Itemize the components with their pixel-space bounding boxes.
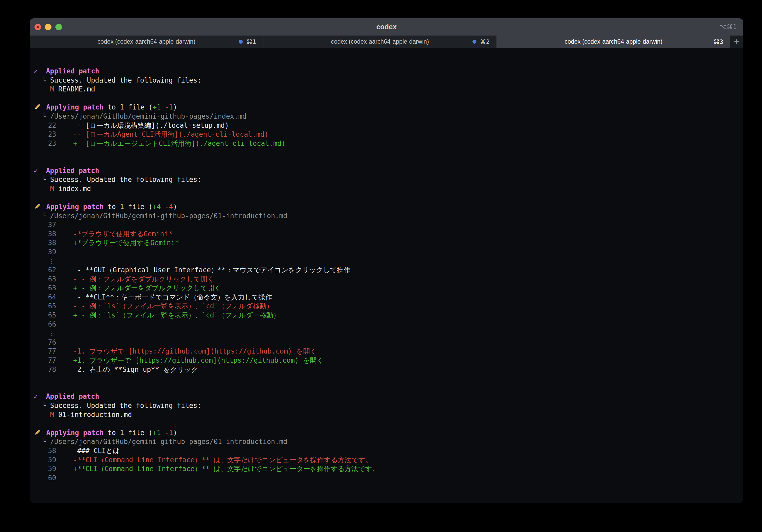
line-number: 66 xyxy=(34,320,56,329)
patch-title: Applying patch xyxy=(46,203,104,211)
changed-file-line: M index.md xyxy=(34,184,740,193)
patch-title: Applying patch xyxy=(46,103,104,111)
terminal-pane[interactable]: ✓ Applied patch └ Success. Updated the f… xyxy=(30,48,743,503)
diff-text: +- [ローカルエージェントCLI活用術](./agent-cli-local.… xyxy=(73,139,285,147)
line-number: 23 xyxy=(34,139,56,148)
diff-text: - [ローカル環境構築編](./local-setup.md) xyxy=(73,121,229,129)
line-number: 63 xyxy=(34,274,56,284)
line-number: 23 xyxy=(34,130,56,139)
terminal-output: ✓ Applied patch └ Success. Updated the f… xyxy=(34,67,740,482)
title-bar[interactable]: codex ⌥⌘1 xyxy=(30,18,743,36)
applied-patch-block: ✓ Applied patch └ Success. Updated the f… xyxy=(34,67,740,94)
patch-title-line: ✓ Applied patch xyxy=(34,392,740,401)
new-tab-button[interactable]: + xyxy=(730,36,743,48)
tab-1[interactable]: codex (codex-aarch64-apple-darwin)⌘1 xyxy=(30,36,264,48)
diff-row: 59+**CLI（Command Line Interface）** は、文字だ… xyxy=(34,464,740,474)
line-number: 60 xyxy=(34,474,56,483)
line-number: 62 xyxy=(34,266,56,274)
patch-info-close: ) xyxy=(173,103,177,111)
zoom-button[interactable] xyxy=(55,24,62,30)
diff-row: 65- - 例：`ls`（ファイル一覧を表示）、`cd`（フォルダ移動） xyxy=(34,302,740,311)
added-count: +4 xyxy=(153,203,161,211)
diff-row: 64 - **CLI**：キーボードでコマンド（命令文）を入力して操作 xyxy=(34,293,740,302)
added-count: +1 xyxy=(153,103,161,111)
file-flag: M xyxy=(50,85,54,93)
diff-text: +*ブラウザーで使用するGemini* xyxy=(73,239,179,247)
diff-text: -- [ローカルAgent CLI活用術](./agent-cli-local.… xyxy=(73,130,268,138)
patch-title: Applying patch xyxy=(46,429,104,437)
branch-icon: └ xyxy=(42,76,46,84)
file-flag: M xyxy=(50,185,54,192)
tab-shortcut: ⌘1 xyxy=(246,38,256,45)
gap-ellipsis: ⋮ xyxy=(34,329,56,339)
patch-header-line: Applying patch to 1 file (+1 -1) xyxy=(34,103,740,112)
file-name: 01-introduction.md xyxy=(58,411,132,418)
diff-row: 23+- [ローカルエージェントCLI活用術](./agent-cli-loca… xyxy=(34,139,740,148)
plus-icon: + xyxy=(734,36,739,47)
removed-count: -4 xyxy=(165,203,173,211)
diff-text: - - 例：フォルダをダブルクリックして開く xyxy=(73,275,214,283)
diff-row: 58 ### CLIとは xyxy=(34,446,740,455)
line-number: 78 xyxy=(34,365,56,374)
patch-status-line: └ Success. Updated the following files: xyxy=(34,76,740,85)
line-number: 59 xyxy=(34,464,56,474)
patch-info-close: ) xyxy=(173,429,177,437)
patch-title: Applied patch xyxy=(46,67,99,75)
removed-count: -1 xyxy=(165,103,173,111)
line-number: 59 xyxy=(34,455,56,465)
patch-path-line: └ /Users/jonah/GitHub/gemini-github-page… xyxy=(34,211,740,221)
terminal-window: codex ⌥⌘1 codex (codex-aarch64-apple-dar… xyxy=(30,18,743,503)
diff-row: 77+1. ブラウザーで [https://github.com](https:… xyxy=(34,356,740,365)
diff-row: 38+*ブラウザーで使用するGemini* xyxy=(34,238,740,248)
tab-indicators: ⌘3 xyxy=(714,36,723,48)
patch-title: Applied patch xyxy=(46,167,99,175)
patch-title-line: ✓ Applied patch xyxy=(34,67,740,76)
tab-2[interactable]: codex (codex-aarch64-apple-darwin)⌘2 xyxy=(264,36,497,48)
close-button[interactable] xyxy=(35,24,41,30)
tab-bar: codex (codex-aarch64-apple-darwin)⌘1code… xyxy=(30,36,730,48)
tab-bar-container: codex (codex-aarch64-apple-darwin)⌘1code… xyxy=(30,36,743,48)
diff-row: 39 xyxy=(34,248,740,257)
line-number: 22 xyxy=(34,121,56,130)
tab-shortcut: ⌘3 xyxy=(714,38,723,45)
tab-label: codex (codex-aarch64-apple-darwin) xyxy=(331,38,429,45)
branch-icon: └ xyxy=(42,176,46,184)
line-number: 58 xyxy=(34,446,56,455)
diff-row: ⋮ xyxy=(34,329,740,338)
patch-info: to 1 file ( xyxy=(104,103,153,111)
desktop: { "window": { "title": "codex", "title_s… xyxy=(0,0,762,532)
tab-indicators: ⌘1 xyxy=(239,36,256,48)
diff-text: 2. 右上の **Sign up** をクリック xyxy=(73,365,198,373)
check-icon: ✓ xyxy=(34,67,38,75)
line-number: 77 xyxy=(34,347,56,356)
branch-icon: └ xyxy=(42,402,46,410)
tab-3[interactable]: codex (codex-aarch64-apple-darwin)⌘3 xyxy=(497,36,730,48)
tab-shortcut: ⌘2 xyxy=(480,38,490,45)
line-number: 38 xyxy=(34,229,56,239)
diff-row: 65+ - 例：`ls`（ファイル一覧を表示）、`cd`（フォルダー移動） xyxy=(34,311,740,320)
tab-label: codex (codex-aarch64-apple-darwin) xyxy=(98,38,195,45)
diff-text: - **CLI**：キーボードでコマンド（命令文）を入力して操作 xyxy=(73,293,272,301)
diff-text: -1. ブラウザで [https://github.com](https://g… xyxy=(73,347,317,355)
file-name: index.md xyxy=(58,185,91,192)
patch-path-line: └ /Users/jonah/GitHub/gemini-github-page… xyxy=(34,437,740,446)
applied-patch-block: ✓ Applied patch └ Success. Updated the f… xyxy=(34,166,740,193)
line-number: 65 xyxy=(34,311,56,320)
added-count: +1 xyxy=(153,429,161,437)
branch-icon: └ xyxy=(42,113,46,120)
diff-text: -*ブラウザで使用するGemini* xyxy=(73,230,172,238)
patch-status-line: └ Success. Updated the following files: xyxy=(34,401,740,410)
line-number: 63 xyxy=(34,283,56,293)
branch-icon: └ xyxy=(42,438,46,445)
pencil-icon xyxy=(34,103,46,112)
file-name: README.md xyxy=(58,85,95,93)
diff-row: 62 - **GUI（Graphical User Interface）**：マ… xyxy=(34,266,740,274)
diff-row: 38-*ブラウザで使用するGemini* xyxy=(34,229,740,239)
line-number: 39 xyxy=(34,248,56,257)
applied-patch-block: ✓ Applied patch └ Success. Updated the f… xyxy=(34,392,740,419)
minimize-button[interactable] xyxy=(45,24,51,30)
window-title-shortcut: ⌥⌘1 xyxy=(720,18,737,36)
line-number: 64 xyxy=(34,293,56,302)
patch-header-line: Applying patch to 1 file (+1 -1) xyxy=(34,428,740,437)
line-number: 38 xyxy=(34,238,56,248)
